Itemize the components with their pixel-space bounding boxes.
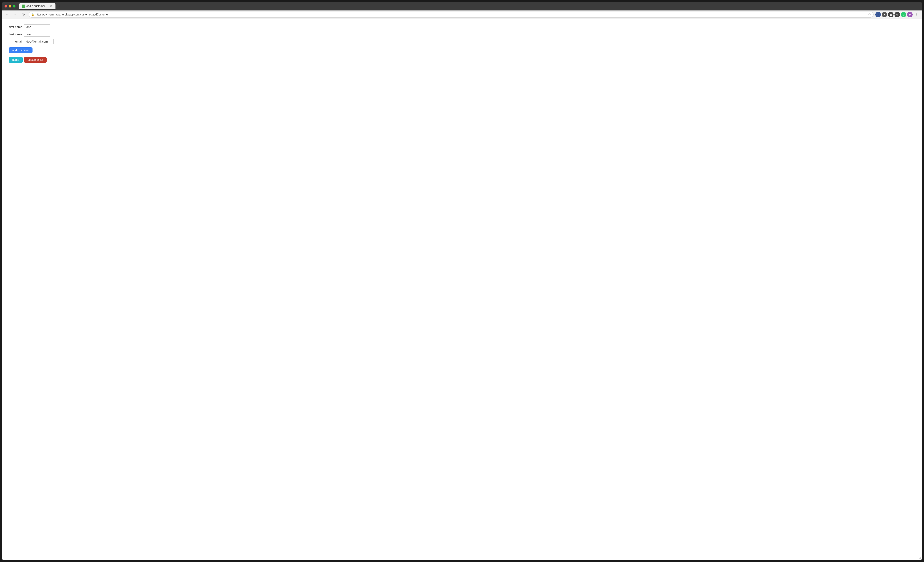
- close-window-button[interactable]: [4, 5, 7, 8]
- customer-list-button[interactable]: customer list: [24, 57, 46, 63]
- add-customer-button[interactable]: add customer: [9, 47, 33, 53]
- extension-icon-5[interactable]: P: [907, 12, 913, 17]
- email-input[interactable]: [24, 39, 54, 44]
- tab-title: add a customer: [26, 5, 48, 8]
- page-content: first name last name email add customer …: [2, 19, 922, 560]
- email-row: email: [9, 39, 915, 44]
- url-bar[interactable]: 🔒 https://gym-crm-app.herokuapp.com/cust…: [28, 12, 873, 18]
- forward-button[interactable]: →: [12, 11, 19, 18]
- tab-bar: G add a customer × +: [19, 3, 920, 9]
- tab-close-button[interactable]: ×: [49, 5, 53, 8]
- new-tab-button[interactable]: +: [56, 3, 62, 9]
- nav-buttons-row: home customer list: [9, 57, 915, 63]
- first-name-input[interactable]: [24, 24, 50, 29]
- browser-window: G add a customer × + ← → ↻ 🔒 https://gym…: [2, 2, 922, 560]
- address-bar: ← → ↻ 🔒 https://gym-crm-app.herokuapp.co…: [2, 11, 922, 19]
- last-name-row: last name: [9, 32, 915, 37]
- add-customer-row: add customer: [9, 47, 915, 53]
- reload-button[interactable]: ↻: [21, 11, 27, 18]
- extension-icon-0[interactable]: f: [875, 12, 881, 17]
- last-name-label: last name: [9, 33, 22, 36]
- first-name-row: first name: [9, 24, 915, 29]
- last-name-input[interactable]: [24, 32, 50, 37]
- maximize-window-button[interactable]: [13, 5, 15, 8]
- active-tab[interactable]: G add a customer ×: [19, 3, 56, 9]
- extension-icon-3[interactable]: ⚙: [894, 12, 900, 17]
- extension-icon-1[interactable]: ●: [882, 12, 887, 17]
- security-lock-icon: 🔒: [31, 13, 34, 16]
- first-name-label: first name: [9, 25, 22, 29]
- email-label: email: [9, 40, 22, 43]
- extension-icon-4[interactable]: G: [901, 12, 906, 17]
- add-customer-form: first name last name email add customer …: [9, 24, 915, 63]
- home-button[interactable]: home: [9, 57, 23, 63]
- scroll-indicator: [920, 557, 921, 559]
- minimize-window-button[interactable]: [9, 5, 11, 8]
- tab-favicon: G: [22, 5, 25, 8]
- browser-actions: f ● ▦ ⚙ G P ⋮: [875, 11, 920, 18]
- bookmark-star-icon[interactable]: ☆: [868, 13, 871, 17]
- url-text: https://gym-crm-app.herokuapp.com/custom…: [36, 13, 867, 16]
- back-button[interactable]: ←: [4, 11, 10, 18]
- title-bar: G add a customer × +: [2, 2, 922, 11]
- traffic-lights: [4, 5, 15, 8]
- extension-icon-2[interactable]: ▦: [888, 12, 894, 17]
- browser-menu-button[interactable]: ⋮: [914, 11, 920, 18]
